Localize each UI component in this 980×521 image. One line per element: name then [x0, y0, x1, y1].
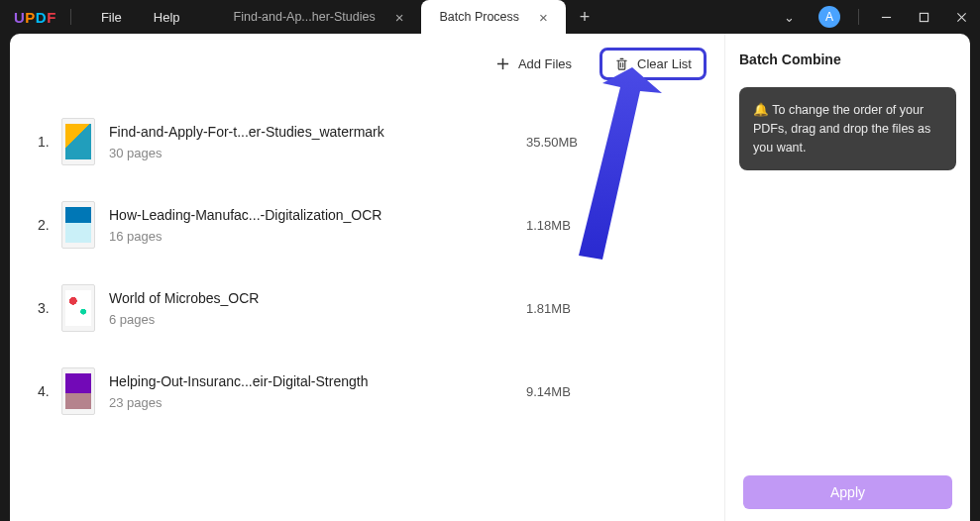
- apply-button[interactable]: Apply: [743, 475, 952, 509]
- file-list: 1. Find-and-Apply-For-t...er-Studies_wat…: [10, 90, 724, 433]
- tab-document[interactable]: Find-and-Ap...her-Studies ×: [216, 0, 422, 34]
- divider: [858, 9, 859, 25]
- file-thumbnail: [61, 201, 95, 249]
- file-thumbnail: [61, 367, 95, 415]
- row-number: 2.: [38, 217, 61, 233]
- sidebar-title: Batch Combine: [739, 52, 956, 67]
- file-name: How-Leading-Manufac...-Digitalization_OC…: [109, 207, 526, 223]
- row-number: 3.: [38, 300, 61, 316]
- trash-icon: [614, 56, 629, 71]
- file-size: 35.50MB: [526, 135, 724, 150]
- file-name: World of Microbes_OCR: [109, 290, 526, 306]
- tab-label: Find-and-Ap...her-Studies: [234, 10, 376, 24]
- add-files-button[interactable]: Add Files: [486, 51, 582, 77]
- file-size: 1.18MB: [526, 218, 724, 233]
- sidebar: Batch Combine 🔔 To change the order of y…: [724, 34, 970, 521]
- file-row[interactable]: 4. Helping-Out-Insuranc...eir-Digital-St…: [38, 350, 724, 433]
- file-size: 9.14MB: [526, 384, 724, 399]
- close-button[interactable]: [942, 0, 980, 34]
- file-pages: 23 pages: [109, 395, 526, 410]
- plus-icon: [495, 56, 510, 71]
- tab-add-button[interactable]: +: [566, 7, 604, 28]
- tip-box: 🔔 To change the order of your PDFs, drag…: [739, 87, 956, 170]
- divider: [70, 9, 71, 25]
- file-row[interactable]: 3. World of Microbes_OCR 6 pages 1.81MB: [38, 266, 724, 350]
- file-pages: 6 pages: [109, 312, 526, 327]
- file-info: How-Leading-Manufac...-Digitalization_OC…: [109, 207, 526, 244]
- file-thumbnail: [61, 284, 95, 332]
- menu-file[interactable]: File: [85, 10, 138, 25]
- title-bar: UPDF File Help Find-and-Ap...her-Studies…: [0, 0, 980, 34]
- list-toolbar: Add Files Clear List: [10, 34, 724, 90]
- tab-label: Batch Process: [439, 10, 519, 24]
- file-size: 1.81MB: [526, 301, 724, 316]
- svg-rect-1: [920, 13, 927, 21]
- row-number: 1.: [38, 134, 61, 150]
- app-logo: UPDF: [14, 9, 56, 26]
- close-icon[interactable]: ×: [395, 10, 404, 25]
- maximize-button[interactable]: [905, 0, 942, 34]
- clear-list-button[interactable]: Clear List: [599, 48, 707, 80]
- menu-help[interactable]: Help: [138, 10, 196, 25]
- close-icon[interactable]: ×: [539, 10, 548, 25]
- file-list-area: Add Files Clear List 1. Find-and-Apply-F…: [10, 34, 724, 521]
- chevron-down-icon[interactable]: ⌄: [770, 10, 809, 25]
- user-avatar[interactable]: A: [818, 6, 840, 28]
- file-info: Helping-Out-Insuranc...eir-Digital-Stren…: [109, 373, 526, 410]
- file-row[interactable]: 1. Find-and-Apply-For-t...er-Studies_wat…: [38, 100, 724, 183]
- button-label: Clear List: [637, 56, 692, 71]
- file-info: World of Microbes_OCR 6 pages: [109, 290, 526, 327]
- file-pages: 16 pages: [109, 229, 526, 244]
- file-name: Find-and-Apply-For-t...er-Studies_waterm…: [109, 124, 526, 140]
- file-pages: 30 pages: [109, 146, 526, 160]
- main-panel: Add Files Clear List 1. Find-and-Apply-F…: [10, 34, 970, 521]
- file-info: Find-and-Apply-For-t...er-Studies_waterm…: [109, 124, 526, 160]
- file-row[interactable]: 2. How-Leading-Manufac...-Digitalization…: [38, 183, 724, 266]
- file-name: Helping-Out-Insuranc...eir-Digital-Stren…: [109, 373, 526, 389]
- window-controls: ⌄ A: [770, 0, 980, 34]
- file-thumbnail: [61, 118, 95, 165]
- button-label: Add Files: [518, 56, 572, 71]
- tab-batch-process[interactable]: Batch Process ×: [421, 0, 565, 34]
- tab-strip: Find-and-Ap...her-Studies × Batch Proces…: [216, 0, 604, 34]
- row-number: 4.: [38, 383, 61, 399]
- minimize-button[interactable]: [867, 0, 905, 34]
